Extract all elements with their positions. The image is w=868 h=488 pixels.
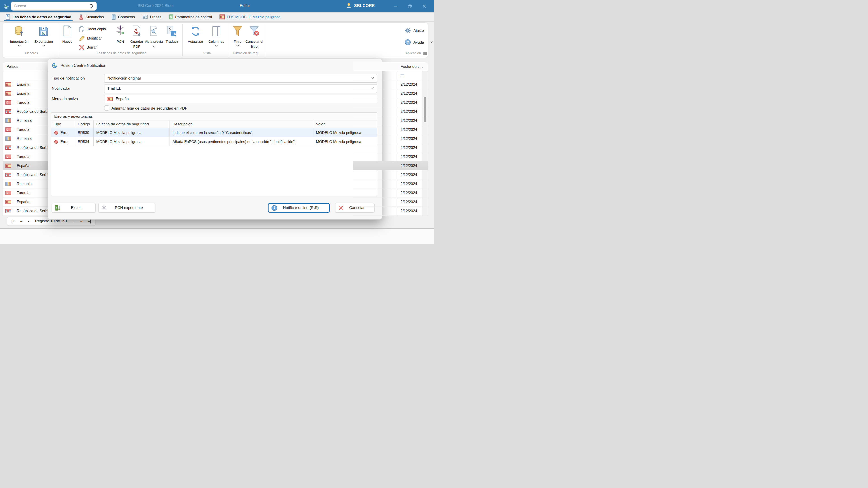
user-account[interactable]: SBLCORE (346, 3, 375, 8)
country-name: Rumania (17, 136, 32, 141)
pcn-asterisk-icon (101, 205, 106, 210)
attach-pdf-checkbox[interactable] (104, 105, 109, 110)
date-row[interactable]: 2/12/2024 (353, 197, 428, 206)
columns-button[interactable]: Columnas (206, 24, 227, 46)
errors-groupbox: Errores y advertencias Tipo Código La fi… (51, 112, 377, 196)
new-button[interactable]: Nuevo (57, 24, 78, 44)
pencil-icon (79, 35, 85, 41)
search-input[interactable] (14, 3, 87, 9)
country-name: España (17, 200, 29, 204)
date-row[interactable]: 2/12/2024 (353, 134, 428, 143)
button-label: Ajuste (413, 29, 424, 33)
cancel-filter-button[interactable]: Cancelar el filtro (244, 24, 265, 49)
date-row[interactable]: 2/12/2024 (353, 80, 428, 89)
tab-parametros-control[interactable]: Parámetros de control (169, 12, 212, 22)
first-record-button[interactable]: |« (11, 219, 15, 224)
date-row[interactable]: 2/12/2024 (353, 143, 428, 152)
info-icon (272, 205, 277, 211)
close-button[interactable]: ✕ (419, 0, 430, 12)
date-row[interactable]: 2/12/2024 (353, 107, 428, 116)
control-params-icon (169, 14, 173, 20)
chevron-down-icon[interactable] (236, 45, 239, 46)
tab-fichas-seguridad[interactable]: Las fichas de datos de seguridad (5, 12, 71, 22)
pcn-dossier-button[interactable]: PCN expediente (98, 203, 155, 213)
errors-header-row: Tipo Código La ficha de datos de segurid… (51, 120, 377, 128)
date-row[interactable]: 2/12/2024 (353, 152, 428, 161)
col-header-tipo[interactable]: Tipo (51, 121, 75, 128)
group-menu-icon[interactable] (423, 52, 427, 55)
error-row[interactable]: Error BR530 MODELO Mezcla peligrosa Indi… (51, 128, 377, 137)
col-header-ficha[interactable]: La ficha de datos de seguridad (94, 121, 170, 128)
date-row[interactable]: 2/12/2024 (353, 161, 428, 170)
mercado-activo-value: España (116, 97, 129, 101)
preview-button[interactable]: Vista previa (143, 24, 164, 49)
tab-fds-modelo[interactable]: FDS MODELO Mezcla peligrosa (219, 12, 281, 22)
date-row[interactable]: 2/12/2024 (353, 180, 428, 188)
maximize-button[interactable] (405, 0, 415, 12)
settings-button[interactable]: Ajuste (405, 28, 424, 33)
button-label: Cancelar el filtro (244, 39, 265, 49)
title-bar: SBLCore 2024 Blue Editor SBLCORE ─ ✕ (0, 0, 434, 12)
country-name: República de Serbi (17, 209, 48, 213)
chevron-down-icon[interactable] (215, 45, 218, 46)
tab-frases[interactable]: Frases (143, 12, 161, 22)
country-flag-icon (5, 155, 11, 159)
svg-text:X: X (56, 206, 58, 210)
help-button[interactable]: ? Ayuda (405, 39, 433, 45)
copy-button[interactable]: Hacer copia (79, 26, 106, 32)
error-row[interactable]: Error BR534 MODELO Mezcla peligrosa Añad… (51, 137, 377, 147)
translate-button[interactable]: A Traducir (162, 24, 182, 44)
sblcore-logo-icon (52, 63, 58, 68)
country-flag-icon (5, 200, 11, 204)
tab-label: Parámetros de control (175, 15, 212, 19)
button-label: Importación (10, 39, 29, 44)
button-label: Nuevo (62, 39, 72, 44)
filter-row[interactable] (353, 71, 428, 80)
col-header-codigo[interactable]: Código (75, 121, 94, 128)
date-row[interactable]: 2/12/2024 (353, 89, 428, 98)
import-button[interactable]: Importación (9, 24, 30, 46)
date-row[interactable]: 2/12/2024 (353, 170, 428, 180)
error-code: BR534 (75, 137, 94, 146)
notificador-select[interactable]: Trial ltd. (104, 84, 377, 93)
refresh-button[interactable]: Actualizar (185, 24, 206, 44)
delete-button[interactable]: Borrar (79, 45, 96, 50)
svg-text:?: ? (407, 40, 409, 44)
search-icon[interactable] (89, 4, 94, 9)
chevron-down-icon[interactable] (42, 45, 45, 46)
chevron-down-icon[interactable] (153, 46, 156, 48)
date-row[interactable]: 2/12/2024 (353, 116, 428, 125)
notify-online-button[interactable]: Notificar online (S₂S) (268, 203, 330, 213)
date-value: 2/12/2024 (401, 164, 417, 168)
fast-prev-button[interactable]: « (20, 219, 23, 224)
equals-filter-icon[interactable] (401, 74, 404, 76)
minimize-button[interactable]: ─ (390, 0, 401, 12)
excel-button[interactable]: X Excel (52, 203, 96, 213)
tab-sustancias[interactable]: Sustancias (79, 12, 104, 22)
error-sds-name: MODELO Mezcla peligrosa (94, 137, 170, 146)
date-row[interactable]: 2/12/2024 (353, 188, 428, 197)
tipo-notificacion-select[interactable]: Notificación original (104, 74, 377, 83)
chevron-down-icon[interactable] (18, 45, 21, 46)
help-icon: ? (405, 39, 411, 45)
dates-header[interactable]: Fecha de c... (353, 62, 428, 71)
tab-label: Contactos (118, 15, 135, 19)
tab-contactos[interactable]: Contactos (112, 12, 135, 22)
search-box[interactable] (11, 2, 97, 11)
col-header-descripcion[interactable]: Descripción (170, 121, 313, 128)
prev-record-button[interactable]: ‹ (28, 219, 29, 224)
excel-icon: X (55, 205, 60, 210)
date-value: 2/12/2024 (401, 119, 417, 123)
flask-icon (79, 14, 84, 20)
date-row[interactable]: 2/12/2024 (353, 206, 428, 216)
export-button[interactable]: Exportación (33, 24, 54, 46)
button-label: Borrar (87, 45, 96, 50)
country-name: Rumania (17, 119, 32, 123)
pdf-icon (132, 25, 142, 37)
modify-button[interactable]: Modificar (79, 35, 102, 41)
columns-icon (212, 26, 221, 37)
date-row[interactable]: 2/12/2024 (353, 98, 428, 107)
chevron-down-icon[interactable] (430, 41, 433, 43)
date-row[interactable]: 2/12/2024 (353, 125, 428, 134)
tab-label: FDS MODELO Mezcla peligrosa (227, 15, 281, 19)
